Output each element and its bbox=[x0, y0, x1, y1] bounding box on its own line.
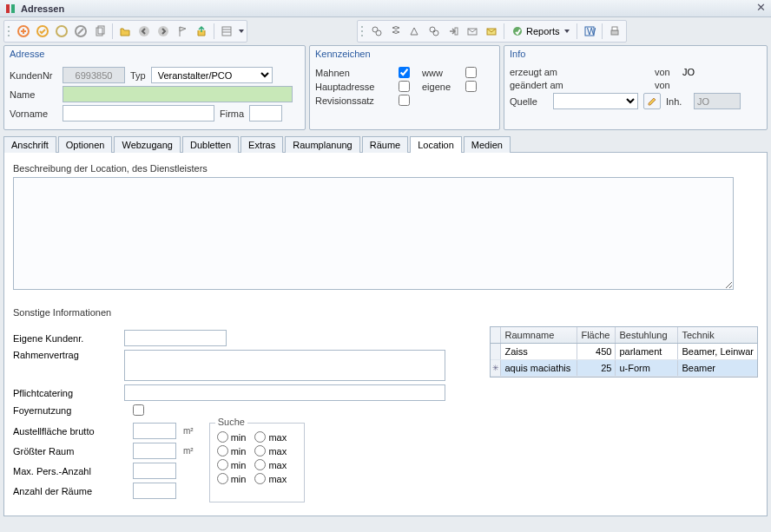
svg-text:W: W bbox=[587, 26, 596, 36]
tab-anschrift[interactable]: Anschrift bbox=[3, 136, 56, 153]
maxpers-label: Max. Pers.-Anzahl bbox=[13, 466, 126, 476]
quelle-select[interactable] bbox=[553, 93, 638, 109]
col-raumname[interactable]: Raumname bbox=[501, 327, 577, 343]
geaendert-label: geändert am bbox=[510, 80, 575, 90]
www-label: www bbox=[422, 68, 460, 78]
tool-icon-1[interactable] bbox=[368, 23, 386, 40]
tab-optionen[interactable]: Optionen bbox=[58, 136, 113, 153]
tab-extras[interactable]: Extras bbox=[241, 136, 283, 153]
list-button[interactable] bbox=[218, 23, 235, 40]
close-button[interactable]: ✕ bbox=[754, 2, 768, 16]
www-checkbox[interactable] bbox=[465, 67, 477, 78]
mahnen-checkbox[interactable] bbox=[399, 67, 410, 78]
revisionssatz-label: Revisionssatz bbox=[315, 95, 393, 106]
rooms-grid[interactable]: Raumname Fläche Bestuhlung Technik Zaiss… bbox=[490, 326, 758, 378]
typ-select[interactable]: Veranstalter/PCO bbox=[151, 67, 273, 83]
reports-caret-icon bbox=[564, 30, 570, 33]
suche-r2-max[interactable]: max bbox=[254, 445, 287, 456]
tab-bar: Anschrift Optionen Webzugang Dubletten E… bbox=[3, 135, 768, 152]
flag-button[interactable] bbox=[174, 23, 191, 40]
svg-rect-9 bbox=[96, 28, 102, 36]
tab-content-location: Beschreibung der Location, des Dienstlei… bbox=[3, 152, 768, 516]
suche-r1-max[interactable]: max bbox=[254, 431, 287, 443]
folder-button[interactable] bbox=[116, 23, 134, 40]
tool-icon-2[interactable] bbox=[387, 23, 405, 40]
cancel-button[interactable] bbox=[72, 23, 89, 40]
von2-label: von bbox=[655, 80, 677, 90]
hauptadresse-checkbox[interactable] bbox=[399, 81, 410, 92]
foyer-label: Foyernutzung bbox=[13, 405, 126, 416]
groesster-input[interactable] bbox=[133, 443, 176, 459]
tab-location[interactable]: Location bbox=[410, 136, 462, 153]
groesster-unit: m² bbox=[183, 446, 194, 456]
tool-icon-6[interactable] bbox=[464, 23, 481, 40]
confirm-button[interactable] bbox=[34, 23, 51, 40]
eigene-kundennr-input[interactable] bbox=[124, 330, 227, 346]
svg-rect-14 bbox=[222, 27, 231, 36]
firma-input[interactable] bbox=[249, 105, 282, 122]
pflichtcatering-input[interactable] bbox=[124, 384, 445, 401]
panel-adresse: Adresse KundenNr Typ Veranstalter/PCO Na… bbox=[3, 45, 306, 130]
quelle-edit-button[interactable] bbox=[643, 93, 661, 109]
word-button[interactable]: W bbox=[581, 23, 598, 40]
mail-button[interactable] bbox=[483, 23, 500, 40]
list-dropdown-icon[interactable] bbox=[239, 30, 244, 33]
reports-button[interactable]: Reports bbox=[508, 23, 573, 40]
suche-r2-min[interactable]: min bbox=[217, 445, 247, 456]
desc-textarea[interactable] bbox=[13, 177, 734, 290]
tab-dubletten[interactable]: Dubletten bbox=[182, 136, 239, 153]
tab-raeume[interactable]: Räume bbox=[362, 136, 408, 153]
von1-label: von bbox=[655, 67, 677, 77]
toolbar-row: Reports W bbox=[0, 17, 771, 45]
panel-kennzeichen-title: Kennzeichen bbox=[310, 46, 499, 62]
tab-raumplanung[interactable]: Raumplanung bbox=[285, 136, 360, 153]
name-label: Name bbox=[10, 89, 57, 100]
tab-medien[interactable]: Medien bbox=[464, 136, 511, 153]
suche-r4-min[interactable]: min bbox=[217, 473, 247, 484]
groesster-label: Größter Raum bbox=[13, 446, 126, 456]
print-button[interactable] bbox=[606, 23, 623, 40]
suche-r3-max[interactable]: max bbox=[254, 459, 287, 470]
col-bestuhlung[interactable]: Bestuhlung bbox=[616, 327, 678, 343]
anzahl-input[interactable] bbox=[133, 483, 176, 499]
rahmenvertrag-textarea[interactable] bbox=[124, 350, 445, 381]
vorname-input[interactable] bbox=[63, 105, 214, 122]
col-flaeche[interactable]: Fläche bbox=[577, 327, 616, 343]
erzeugt-label: erzeugt am bbox=[510, 67, 575, 77]
svg-point-12 bbox=[158, 26, 168, 36]
quelle-label: Quelle bbox=[510, 96, 548, 107]
panel-kennzeichen: Kennzeichen Mahnen www Hauptadresse eige… bbox=[309, 45, 500, 130]
export-button[interactable] bbox=[193, 23, 210, 40]
svg-rect-29 bbox=[612, 27, 617, 30]
tab-webzugang[interactable]: Webzugang bbox=[114, 136, 181, 153]
col-technik[interactable]: Technik bbox=[678, 327, 757, 343]
titlebar: Adressen ✕ bbox=[0, 0, 771, 17]
table-row[interactable]: Zaiss 450 parlament Beamer, Leinwar bbox=[491, 344, 757, 360]
suche-r1-min[interactable]: min bbox=[217, 431, 247, 443]
tool-icon-4[interactable] bbox=[425, 23, 443, 40]
circle-button-1[interactable] bbox=[53, 23, 70, 40]
foyer-checkbox[interactable] bbox=[133, 404, 144, 416]
revisionssatz-checkbox[interactable] bbox=[399, 95, 410, 106]
name-input[interactable] bbox=[63, 86, 293, 102]
table-row[interactable]: ✳ aquis maciathis 25 u-Form Beamer bbox=[491, 360, 757, 377]
austell-input[interactable] bbox=[133, 423, 176, 439]
inh-input bbox=[694, 93, 741, 109]
typ-label: Typ bbox=[130, 70, 146, 81]
suche-r3-min[interactable]: min bbox=[217, 459, 247, 470]
nav-prev-button[interactable] bbox=[135, 23, 153, 40]
copy-button[interactable] bbox=[91, 23, 109, 40]
suche-r4-max[interactable]: max bbox=[254, 473, 287, 484]
eigene-kundennr-label: Eigene Kundenr. bbox=[13, 333, 117, 344]
tool-icon-3[interactable] bbox=[406, 23, 424, 40]
nav-next-button[interactable] bbox=[155, 23, 172, 40]
sonstige-label: Sonstige Informationen bbox=[13, 307, 758, 318]
svg-rect-1 bbox=[11, 4, 15, 13]
tool-icon-5[interactable] bbox=[445, 23, 462, 40]
panel-info-title: Info bbox=[504, 46, 767, 62]
maxpers-input[interactable] bbox=[133, 463, 176, 479]
eigene-checkbox[interactable] bbox=[465, 81, 477, 92]
add-button[interactable] bbox=[15, 23, 32, 40]
toolbar-secondary: Reports W bbox=[357, 20, 627, 43]
svg-rect-10 bbox=[98, 26, 104, 34]
